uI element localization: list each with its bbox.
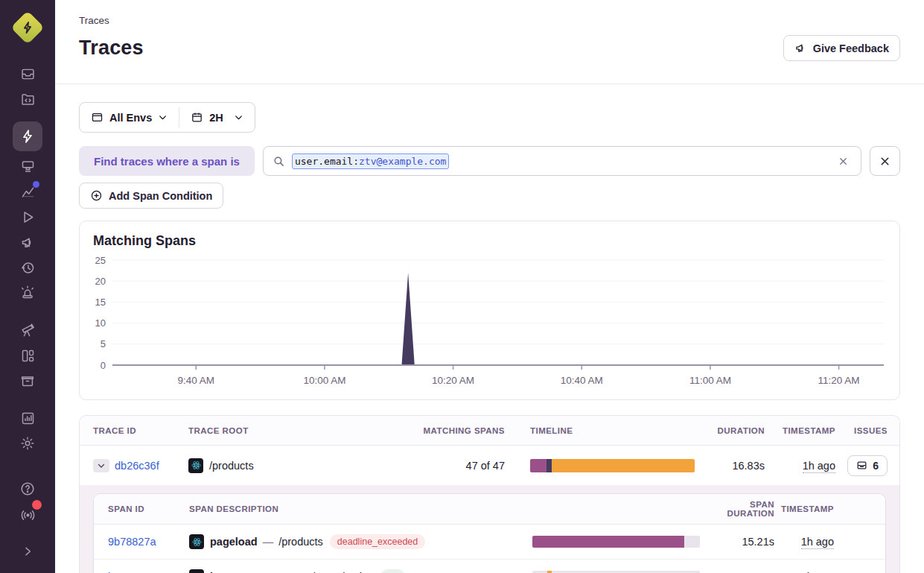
span-row: b7a7e441 http.server — GET /organization… xyxy=(94,560,885,573)
trace-duration: 16.83s xyxy=(695,460,765,472)
issues-icon xyxy=(20,66,36,82)
spans-table: SPAN ID SPAN DESCRIPTION SPAN DURATION T… xyxy=(93,493,886,573)
search-icon xyxy=(273,155,285,168)
environment-filter[interactable]: All Envs xyxy=(80,103,179,132)
sidebar-item-traces-active[interactable] xyxy=(13,121,42,151)
matching-spans-value: 47 of 47 xyxy=(413,460,505,472)
sidebar-collapse-button[interactable] xyxy=(13,539,42,564)
svg-text:10:40 AM: 10:40 AM xyxy=(561,375,603,386)
search-clear-icon[interactable] xyxy=(835,153,852,170)
span-search-input[interactable]: user.email:ztv@example.com xyxy=(263,146,861,176)
sidebar-item-replays[interactable] xyxy=(13,153,42,179)
chevron-down-icon xyxy=(97,461,106,470)
chevron-right-icon xyxy=(22,545,34,557)
sidebar-item-dashboards[interactable] xyxy=(13,343,42,368)
sidebar xyxy=(0,0,55,573)
search-row: Find traces where a span is user.email:z… xyxy=(79,146,900,176)
trace-id-link[interactable]: db26c36f xyxy=(115,460,159,472)
svg-text:20: 20 xyxy=(95,276,106,287)
svg-text:0: 0 xyxy=(101,360,106,371)
sidebar-item-history[interactable] xyxy=(13,255,42,280)
filter-group: All Envs 2H xyxy=(79,102,255,133)
sidebar-item-projects[interactable] xyxy=(13,86,42,112)
collapse-trace-button[interactable] xyxy=(93,459,109,472)
http-platform-icon xyxy=(189,569,204,573)
add-span-condition-label: Add Span Condition xyxy=(109,190,212,202)
col-duration: DURATION xyxy=(695,426,765,435)
span-separator: — xyxy=(263,536,274,548)
col-issues: ISSUES xyxy=(835,426,888,435)
telescope-icon xyxy=(19,322,36,338)
environment-filter-label: All Envs xyxy=(109,112,152,124)
calendar-icon xyxy=(191,111,203,124)
sidebar-item-whats-new[interactable] xyxy=(13,501,42,527)
svg-text:25: 25 xyxy=(95,255,106,266)
col-matching-spans: MATCHING SPANS xyxy=(413,426,505,435)
sidebar-item-discover[interactable] xyxy=(13,317,42,343)
sidebar-item-help[interactable] xyxy=(13,476,42,501)
col-trace-id: TRACE ID xyxy=(93,426,188,435)
sidebar-item-metrics[interactable] xyxy=(13,179,42,204)
svg-text:9:40 AM: 9:40 AM xyxy=(177,375,214,386)
clock-history-icon xyxy=(20,260,36,276)
close-search-button[interactable] xyxy=(870,146,900,176)
megaphone-icon xyxy=(794,42,807,54)
span-id-link[interactable]: 9b78827a xyxy=(108,536,156,548)
sidebar-item-settings[interactable] xyxy=(13,431,42,456)
issues-icon xyxy=(856,460,867,471)
archive-box-icon xyxy=(19,373,36,389)
react-platform-icon xyxy=(188,458,203,473)
sidebar-item-stats[interactable] xyxy=(13,405,42,431)
span-description: /products xyxy=(278,536,323,548)
search-token[interactable]: user.email:ztv@example.com xyxy=(292,153,450,169)
trace-issues-button[interactable]: 6 xyxy=(847,455,888,476)
sidebar-item-archive[interactable] xyxy=(13,368,42,393)
trace-timeline-bar[interactable] xyxy=(530,459,695,472)
col-span-id: SPAN ID xyxy=(108,504,189,513)
add-span-condition-button[interactable]: Add Span Condition xyxy=(79,183,223,209)
span-timeline-bar[interactable] xyxy=(532,536,700,548)
chevron-down-icon xyxy=(234,113,243,122)
give-feedback-button[interactable]: Give Feedback xyxy=(783,35,900,61)
breadcrumb[interactable]: Traces xyxy=(79,15,900,26)
trace-root-label: /products xyxy=(209,460,254,472)
stats-bars-icon xyxy=(20,411,36,426)
sidebar-item-user-feedback[interactable] xyxy=(13,229,42,255)
trace-timestamp[interactable]: 1h ago xyxy=(803,460,835,473)
col-timeline: TIMELINE xyxy=(530,426,695,435)
svg-text:10:20 AM: 10:20 AM xyxy=(432,375,474,386)
svg-text:11:00 AM: 11:00 AM xyxy=(689,375,731,386)
time-range-label: 2H xyxy=(209,112,223,124)
close-icon xyxy=(879,155,891,168)
megaphone-icon xyxy=(20,235,36,250)
sidebar-item-releases[interactable] xyxy=(13,204,42,229)
span-status-badge: deadline_exceeded xyxy=(330,534,425,549)
traces-table: TRACE ID TRACE ROOT MATCHING SPANS TIMEL… xyxy=(79,415,900,573)
col-span-timestamp: TIMESTAMP xyxy=(774,504,834,513)
spans-table-header: SPAN ID SPAN DESCRIPTION SPAN DURATION T… xyxy=(94,494,885,525)
where-span-label: Find traces where a span is xyxy=(79,146,255,176)
code-project-icon xyxy=(20,92,36,107)
span-row: 9b78827a pageload — /products deadline_e… xyxy=(94,525,885,560)
metrics-notification-dot xyxy=(33,181,39,188)
chevron-down-icon xyxy=(158,113,168,122)
span-timestamp[interactable]: 1h ago xyxy=(801,536,834,549)
traces-table-header: TRACE ID TRACE ROOT MATCHING SPANS TIMEL… xyxy=(80,416,899,446)
whats-new-notification-dot xyxy=(32,500,42,510)
gear-icon xyxy=(19,435,36,452)
time-range-filter[interactable]: 2H xyxy=(179,103,255,132)
matching-spans-panel: Matching Spans 05101520259:40 AM10:00 AM… xyxy=(79,221,900,400)
logo-lightning-icon xyxy=(21,21,34,34)
window-icon xyxy=(91,111,103,124)
matching-spans-chart[interactable]: 05101520259:40 AM10:00 AM10:20 AM10:40 A… xyxy=(93,252,886,398)
react-platform-icon xyxy=(189,534,204,549)
svg-text:10: 10 xyxy=(95,317,106,329)
trace-row: db26c36f /products 47 of 47 16.83s 1h ag… xyxy=(80,446,899,485)
page-header: Traces Traces Give Feedback xyxy=(55,0,924,84)
trace-issues-count: 6 xyxy=(873,460,879,472)
sentry-logo[interactable] xyxy=(10,10,45,45)
lightning-icon xyxy=(20,129,35,144)
plus-circle-icon xyxy=(90,189,103,202)
sidebar-item-alerts[interactable] xyxy=(13,280,42,306)
sidebar-item-issues[interactable] xyxy=(13,61,42,86)
